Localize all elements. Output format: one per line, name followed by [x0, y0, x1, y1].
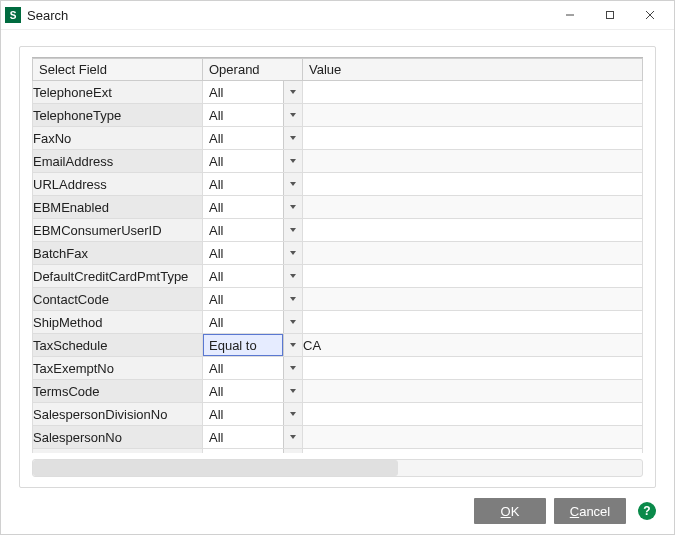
chevron-down-icon[interactable] — [283, 242, 302, 264]
chevron-down-icon[interactable] — [283, 196, 302, 218]
operand-value[interactable]: All — [203, 196, 283, 218]
operand-value[interactable]: All — [203, 219, 283, 241]
value-cell[interactable] — [303, 242, 643, 265]
operand-cell[interactable]: All — [203, 426, 303, 449]
operand-cell[interactable]: All — [203, 311, 303, 334]
field-cell[interactable]: EBMConsumerUserID — [33, 219, 203, 242]
operand-cell[interactable]: All — [203, 403, 303, 426]
operand-value[interactable]: All — [203, 426, 283, 448]
field-cell[interactable]: ShipMethod — [33, 311, 203, 334]
operand-value[interactable]: All — [203, 104, 283, 126]
value-cell[interactable]: CA — [303, 334, 643, 357]
col-operand-header[interactable]: Operand — [203, 59, 303, 81]
operand-cell[interactable]: All — [203, 265, 303, 288]
svg-marker-19 — [290, 435, 296, 439]
value-cell[interactable] — [303, 265, 643, 288]
operand-cell[interactable]: All — [203, 81, 303, 104]
horizontal-scrollbar[interactable] — [32, 459, 643, 477]
chevron-down-icon[interactable] — [283, 127, 302, 149]
operand-cell[interactable]: All — [203, 357, 303, 380]
operand-cell[interactable]: All — [203, 242, 303, 265]
field-cell[interactable]: SalespersonDivisionNo2 — [33, 449, 203, 454]
chevron-down-icon[interactable] — [283, 380, 302, 402]
chevron-down-icon[interactable] — [283, 357, 302, 379]
operand-value[interactable]: All — [203, 242, 283, 264]
chevron-down-icon[interactable] — [283, 311, 302, 333]
chevron-down-icon[interactable] — [283, 219, 302, 241]
operand-cell[interactable]: All — [203, 449, 303, 454]
operand-cell[interactable]: Equal to — [203, 334, 303, 357]
field-cell[interactable]: TermsCode — [33, 380, 203, 403]
chevron-down-icon[interactable] — [283, 426, 302, 448]
value-cell[interactable] — [303, 196, 643, 219]
field-cell[interactable]: TaxSchedule — [33, 334, 203, 357]
value-cell[interactable] — [303, 403, 643, 426]
maximize-button[interactable] — [590, 3, 630, 27]
chevron-down-icon[interactable] — [283, 334, 302, 356]
operand-value[interactable]: All — [203, 173, 283, 195]
ok-button[interactable]: OK — [474, 498, 546, 524]
operand-value[interactable]: All — [203, 127, 283, 149]
value-cell[interactable] — [303, 449, 643, 454]
operand-value[interactable]: All — [203, 380, 283, 402]
minimize-button[interactable] — [550, 3, 590, 27]
operand-cell[interactable]: All — [203, 380, 303, 403]
chevron-down-icon[interactable] — [283, 449, 302, 453]
field-cell[interactable]: TaxExemptNo — [33, 357, 203, 380]
value-cell[interactable] — [303, 127, 643, 150]
value-cell[interactable] — [303, 104, 643, 127]
operand-value[interactable]: All — [203, 311, 283, 333]
col-value-header[interactable]: Value — [303, 59, 643, 81]
operand-cell[interactable]: All — [203, 173, 303, 196]
value-cell[interactable] — [303, 150, 643, 173]
chevron-down-icon[interactable] — [283, 150, 302, 172]
chevron-down-icon[interactable] — [283, 403, 302, 425]
field-cell[interactable]: ContactCode — [33, 288, 203, 311]
operand-value[interactable]: All — [203, 150, 283, 172]
operand-cell[interactable]: All — [203, 127, 303, 150]
field-cell[interactable]: EmailAddress — [33, 150, 203, 173]
value-cell[interactable] — [303, 81, 643, 104]
svg-rect-1 — [607, 12, 614, 19]
field-cell[interactable]: FaxNo — [33, 127, 203, 150]
value-cell[interactable] — [303, 219, 643, 242]
operand-value[interactable]: All — [203, 81, 283, 103]
value-cell[interactable] — [303, 311, 643, 334]
field-cell[interactable]: TelephoneType — [33, 104, 203, 127]
criteria-grid-scroll[interactable]: Select Field Operand Value TelephoneExtA… — [32, 57, 643, 453]
field-cell[interactable]: EBMEnabled — [33, 196, 203, 219]
operand-value[interactable]: All — [203, 288, 283, 310]
field-cell[interactable]: SalespersonNo — [33, 426, 203, 449]
field-cell[interactable]: DefaultCreditCardPmtType — [33, 265, 203, 288]
value-cell[interactable] — [303, 288, 643, 311]
chevron-down-icon[interactable] — [283, 81, 302, 103]
operand-value[interactable]: All — [203, 265, 283, 287]
value-cell[interactable] — [303, 173, 643, 196]
operand-value[interactable]: Equal to — [203, 334, 283, 356]
horizontal-scrollbar-thumb[interactable] — [33, 460, 398, 476]
chevron-down-icon[interactable] — [283, 173, 302, 195]
operand-cell[interactable]: All — [203, 196, 303, 219]
field-cell[interactable]: URLAddress — [33, 173, 203, 196]
field-cell[interactable]: TelephoneExt — [33, 81, 203, 104]
help-icon[interactable]: ? — [638, 502, 656, 520]
chevron-down-icon[interactable] — [283, 288, 302, 310]
operand-value[interactable]: All — [203, 357, 283, 379]
close-button[interactable] — [630, 3, 670, 27]
chevron-down-icon[interactable] — [283, 104, 302, 126]
value-cell[interactable] — [303, 426, 643, 449]
value-cell[interactable] — [303, 357, 643, 380]
col-field-header[interactable]: Select Field — [33, 59, 203, 81]
operand-cell[interactable]: All — [203, 288, 303, 311]
field-cell[interactable]: SalespersonDivisionNo — [33, 403, 203, 426]
chevron-down-icon[interactable] — [283, 265, 302, 287]
cancel-button[interactable]: Cancel — [554, 498, 626, 524]
value-cell[interactable] — [303, 380, 643, 403]
window-title: Search — [27, 8, 68, 23]
operand-value[interactable]: All — [203, 449, 283, 453]
operand-value[interactable]: All — [203, 403, 283, 425]
field-cell[interactable]: BatchFax — [33, 242, 203, 265]
operand-cell[interactable]: All — [203, 150, 303, 173]
operand-cell[interactable]: All — [203, 104, 303, 127]
operand-cell[interactable]: All — [203, 219, 303, 242]
